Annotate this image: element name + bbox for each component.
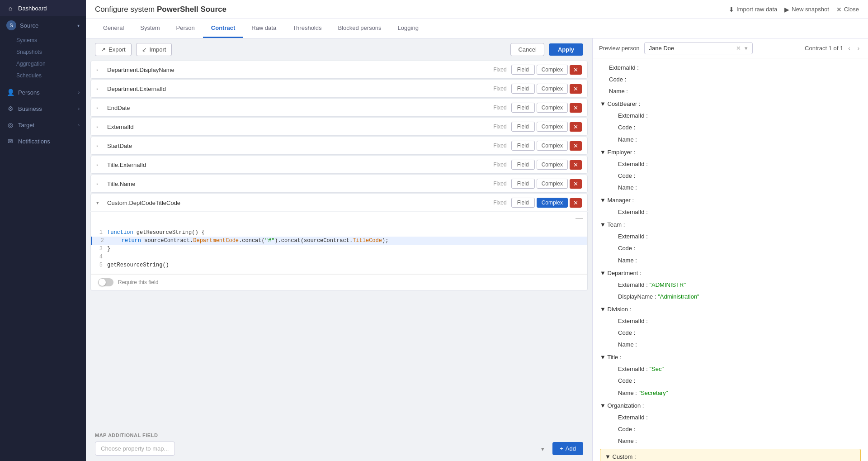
- tree-row: ExternalId :: [600, 62, 861, 74]
- sidebar-source-label: Source: [20, 22, 38, 29]
- tree-row: ExternalId :: [609, 206, 861, 218]
- sidebar-item-target[interactable]: ◎ Target ›: [0, 117, 86, 133]
- tree-section-header[interactable]: ▼ Manager :: [600, 195, 861, 206]
- btn-complex[interactable]: Complex: [537, 160, 568, 170]
- btn-complex[interactable]: Complex: [537, 122, 568, 132]
- tree-row: ExternalId :: [609, 315, 861, 327]
- close-button[interactable]: ✕ Close: [836, 6, 859, 13]
- sidebar-item-persons[interactable]: 👤 Persons ›: [0, 84, 86, 100]
- import-button[interactable]: ↙ Import: [136, 43, 172, 56]
- tree-section-header[interactable]: ▼ Organization :: [600, 400, 861, 412]
- map-section-label: MAP ADDITIONAL FIELD: [95, 432, 583, 438]
- btn-delete[interactable]: ✕: [570, 179, 582, 189]
- contract-prev-icon[interactable]: ‹: [846, 44, 852, 52]
- contract-nav-label: Contract 1 of 1: [805, 45, 843, 52]
- btn-complex[interactable]: Complex: [537, 103, 568, 113]
- btn-delete[interactable]: ✕: [570, 198, 582, 208]
- code-editor[interactable]: 1 function getResourceString() { 2 retur…: [91, 224, 587, 274]
- source-badge: S: [6, 20, 16, 30]
- map-property-select[interactable]: Choose property to map...: [95, 442, 175, 456]
- cancel-button[interactable]: Cancel: [510, 43, 544, 56]
- btn-field[interactable]: Field: [511, 103, 535, 113]
- sidebar-sub-snapshots[interactable]: Snapshots: [0, 46, 86, 58]
- btn-delete[interactable]: ✕: [570, 65, 582, 75]
- field-fixed: Fixed: [493, 162, 506, 168]
- new-snapshot-button[interactable]: ▶ New snapshot: [784, 6, 829, 13]
- field-list: › Department.DisplayName Fixed Field Com…: [86, 61, 592, 427]
- btn-complex[interactable]: Complex: [537, 179, 568, 189]
- btn-field[interactable]: Field: [511, 65, 535, 75]
- field-row-enddate[interactable]: › EndDate Fixed Field Complex ✕: [90, 99, 588, 117]
- tab-system[interactable]: System: [132, 19, 168, 38]
- add-field-button[interactable]: + Add: [552, 442, 583, 455]
- require-field-toggle[interactable]: [98, 278, 113, 286]
- code-minimize-icon[interactable]: —: [576, 214, 583, 222]
- btn-field[interactable]: Field: [511, 160, 535, 170]
- btn-field[interactable]: Field: [511, 84, 535, 94]
- field-row-title-name[interactable]: › Title.Name Fixed Field Complex ✕: [90, 175, 588, 193]
- sidebar-business-label: Business: [18, 105, 42, 112]
- tree-section-header[interactable]: ▼ Department :: [600, 267, 861, 279]
- btn-complex[interactable]: Complex: [537, 84, 568, 94]
- sidebar-item-dashboard[interactable]: ⌂ Dashboard: [0, 0, 86, 16]
- btn-delete[interactable]: ✕: [570, 160, 582, 170]
- tree-row: Name :: [600, 86, 861, 97]
- tree-section-header[interactable]: ▼ Team :: [600, 219, 861, 231]
- tab-contract[interactable]: Contract: [203, 19, 243, 38]
- btn-field[interactable]: Field: [511, 122, 535, 132]
- btn-delete[interactable]: ✕: [570, 103, 582, 113]
- btn-delete[interactable]: ✕: [570, 122, 582, 132]
- sidebar-sub-schedules[interactable]: Schedules: [0, 70, 86, 81]
- tab-thresholds[interactable]: Thresholds: [284, 19, 330, 38]
- close-label: Close: [844, 6, 859, 13]
- tab-general[interactable]: General: [95, 19, 132, 38]
- btn-delete[interactable]: ✕: [570, 84, 582, 94]
- import-raw-button[interactable]: ⬇ Import raw data: [729, 6, 777, 13]
- tree-section-organization: ▼ Organization : ExternalId : Code : Nam…: [600, 400, 861, 447]
- field-name: Department.ExternalId: [107, 86, 493, 92]
- btn-field[interactable]: Field: [511, 198, 535, 208]
- tree-section-header[interactable]: ▼ Custom :: [605, 451, 856, 461]
- export-button[interactable]: ↗ Export: [95, 43, 132, 56]
- preview-person-clear-icon[interactable]: ✕: [736, 45, 741, 52]
- sidebar-sub-systems[interactable]: Systems: [0, 34, 86, 46]
- sidebar-sub-aggregation[interactable]: Aggregation: [0, 58, 86, 70]
- field-row-dept-displayname[interactable]: › Department.DisplayName Fixed Field Com…: [90, 61, 588, 79]
- tree-section-header[interactable]: ▼ Title :: [600, 352, 861, 363]
- tab-rawdata[interactable]: Raw data: [243, 19, 284, 38]
- tab-blocked[interactable]: Blocked persons: [330, 19, 389, 38]
- preview-person-value: Jane Doe: [649, 45, 675, 52]
- tab-logging[interactable]: Logging: [390, 19, 427, 38]
- sidebar-item-source[interactable]: S Source ▾: [0, 16, 86, 34]
- preview-person-input[interactable]: Jane Doe ✕ ▾: [644, 42, 753, 54]
- tree-toggle-icon: ▼: [600, 221, 606, 228]
- apply-button[interactable]: Apply: [549, 43, 583, 56]
- btn-field[interactable]: Field: [511, 141, 535, 151]
- chevron-icon: ›: [96, 124, 104, 129]
- btn-delete[interactable]: ✕: [570, 141, 582, 151]
- persons-icon: 👤: [6, 88, 14, 96]
- sidebar-item-notifications[interactable]: ✉ Notifications: [0, 133, 86, 149]
- tree-section-team: ▼ Team : ExternalId : Code : Name :: [600, 219, 861, 266]
- tab-person[interactable]: Person: [168, 19, 203, 38]
- btn-complex[interactable]: Complex: [537, 65, 568, 75]
- field-row-custom-depttitle[interactable]: ▾ Custom.DeptCodeTitleCode Fixed Field C…: [90, 194, 588, 211]
- contract-next-icon[interactable]: ›: [855, 44, 862, 52]
- tree-section-header[interactable]: ▼ Division :: [600, 304, 861, 315]
- tree-section-header[interactable]: ▼ CostBearer :: [600, 98, 861, 110]
- field-row-dept-externalid[interactable]: › Department.ExternalId Fixed Field Comp…: [90, 80, 588, 98]
- field-name: Custom.DeptCodeTitleCode: [107, 200, 493, 206]
- sidebar-dashboard-label: Dashboard: [18, 5, 47, 12]
- field-row-startdate[interactable]: › StartDate Fixed Field Complex ✕: [90, 137, 588, 155]
- tree-toggle-icon: ▼: [600, 197, 606, 204]
- btn-complex-active[interactable]: Complex: [537, 198, 568, 208]
- sidebar-item-business[interactable]: ⚙ Business ›: [0, 100, 86, 117]
- tree-section-header[interactable]: ▼ Employer :: [600, 147, 861, 158]
- tree-toggle-icon: ▼: [600, 354, 606, 361]
- tree-section-custom: ▼ Custom : DeptCodeTitleCode : "ADMINIST…: [600, 449, 861, 461]
- btn-field[interactable]: Field: [511, 179, 535, 189]
- field-row-title-externalid[interactable]: › Title.ExternalId Fixed Field Complex ✕: [90, 156, 588, 174]
- preview-person-chevron-icon[interactable]: ▾: [745, 45, 748, 52]
- field-row-externalid[interactable]: › ExternalId Fixed Field Complex ✕: [90, 118, 588, 136]
- btn-complex[interactable]: Complex: [537, 141, 568, 151]
